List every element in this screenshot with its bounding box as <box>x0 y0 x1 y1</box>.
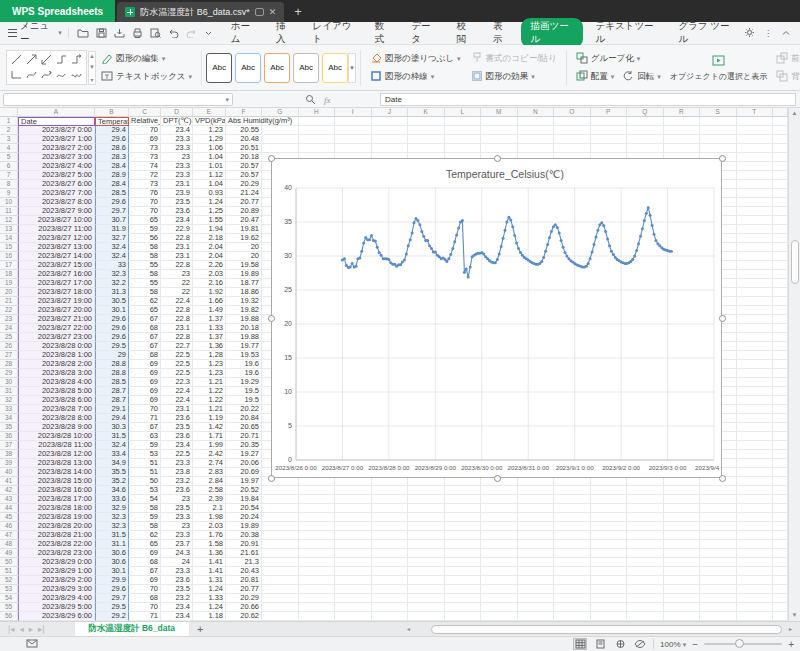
cell[interactable]: 70 <box>129 405 161 414</box>
cell[interactable]: 1.04 <box>193 180 226 189</box>
cell[interactable]: 2023/8/28 2:00 <box>18 360 95 369</box>
row-header-39[interactable]: 39 <box>0 459 18 468</box>
cell[interactable]: 1.41 <box>193 558 226 567</box>
cell[interactable] <box>445 558 482 567</box>
cell[interactable] <box>262 603 299 612</box>
send-backward-button[interactable]: 背面へ移動▾ <box>776 70 800 84</box>
cell[interactable]: 2023/8/27 9:00 <box>18 207 95 216</box>
cell[interactable] <box>372 531 409 540</box>
cell[interactable] <box>299 486 336 495</box>
cell[interactable] <box>737 216 774 225</box>
cell[interactable]: 31.5 <box>95 432 129 441</box>
cell[interactable]: 1.71 <box>193 432 226 441</box>
cell[interactable] <box>335 117 372 126</box>
cell[interactable] <box>372 504 409 513</box>
cell[interactable] <box>335 522 372 531</box>
cell[interactable]: 2023/8/28 21:00 <box>18 531 95 540</box>
edit-shape-button[interactable]: 図形の編集▾ <box>101 52 192 66</box>
cell[interactable] <box>445 549 482 558</box>
cell[interactable]: 2023/8/28 12:00 <box>18 450 95 459</box>
cell[interactable] <box>518 486 555 495</box>
row-header-3[interactable]: 3 <box>0 135 18 144</box>
cell[interactable]: 19.27 <box>226 450 262 459</box>
cell[interactable] <box>664 126 701 135</box>
row-header-17[interactable]: 17 <box>0 261 18 270</box>
cell[interactable] <box>591 585 628 594</box>
cell[interactable] <box>773 603 788 612</box>
cell[interactable] <box>773 252 788 261</box>
chart-resize-handle[interactable] <box>268 475 275 482</box>
cell[interactable]: 2.39 <box>193 495 226 504</box>
row-header-27[interactable]: 27 <box>0 351 18 360</box>
cell[interactable] <box>481 531 518 540</box>
cell[interactable] <box>262 495 299 504</box>
cell[interactable] <box>737 594 774 603</box>
cell[interactable]: 29.6 <box>95 315 129 324</box>
row-header-45[interactable]: 45 <box>0 513 18 522</box>
cell[interactable]: 23.1 <box>161 405 193 414</box>
cell[interactable] <box>627 540 664 549</box>
cell[interactable] <box>445 513 482 522</box>
cell[interactable] <box>408 504 445 513</box>
cell[interactable]: 19.58 <box>226 261 262 270</box>
cell[interactable]: 28.5 <box>95 189 129 198</box>
cell[interactable]: 29 <box>95 351 129 360</box>
cell[interactable] <box>737 378 774 387</box>
cell[interactable]: 22.9 <box>161 225 193 234</box>
shape-glyph-7[interactable] <box>40 68 53 82</box>
cell[interactable] <box>627 585 664 594</box>
cell[interactable]: 20.91 <box>226 540 262 549</box>
cell[interactable] <box>773 342 788 351</box>
cell[interactable] <box>591 567 628 576</box>
row-header-19[interactable]: 19 <box>0 279 18 288</box>
column-header-D[interactable]: D <box>161 108 193 117</box>
cell[interactable] <box>554 540 591 549</box>
cell[interactable]: 1.49 <box>193 306 226 315</box>
cell[interactable] <box>664 117 701 126</box>
cell[interactable]: 2.16 <box>193 279 226 288</box>
row-header-7[interactable]: 7 <box>0 171 18 180</box>
cell[interactable] <box>554 549 591 558</box>
cell[interactable]: 69 <box>129 135 161 144</box>
cell[interactable]: 22.8 <box>161 234 193 243</box>
cell[interactable] <box>773 279 788 288</box>
cell[interactable] <box>773 270 788 279</box>
cell[interactable] <box>773 369 788 378</box>
shape-effects-button[interactable]: 図形の効果▾ <box>471 70 557 84</box>
column-header[interactable] <box>773 108 788 117</box>
cell[interactable] <box>299 558 336 567</box>
cell[interactable] <box>664 576 701 585</box>
column-header-H[interactable]: H <box>299 108 336 117</box>
cell[interactable] <box>445 135 482 144</box>
cell[interactable]: 2023/8/28 23:00 <box>18 549 95 558</box>
chart-resize-handle[interactable] <box>268 315 275 322</box>
cell[interactable]: Date <box>18 117 95 126</box>
cell[interactable] <box>408 603 445 612</box>
row-header-25[interactable]: 25 <box>0 333 18 342</box>
cell[interactable] <box>627 567 664 576</box>
cell[interactable]: 1.22 <box>193 387 226 396</box>
name-box[interactable]: ▾ <box>3 93 233 106</box>
cell[interactable] <box>299 117 336 126</box>
cell[interactable]: 2023/8/27 3:00 <box>18 153 95 162</box>
cell[interactable] <box>737 189 774 198</box>
save-icon[interactable] <box>96 28 107 38</box>
cell[interactable] <box>773 135 788 144</box>
column-header-L[interactable]: L <box>445 108 482 117</box>
cell[interactable] <box>262 144 299 153</box>
cell[interactable]: 20.29 <box>226 594 262 603</box>
embedded-chart[interactable]: Temperature_Celsius(℃)051015202530354020… <box>271 158 722 478</box>
cell[interactable]: 20.51 <box>226 144 262 153</box>
cell[interactable] <box>591 549 628 558</box>
cell[interactable] <box>591 513 628 522</box>
row-header-28[interactable]: 28 <box>0 360 18 369</box>
cell[interactable]: 23.4 <box>161 126 193 135</box>
cell[interactable]: 19.6 <box>226 360 262 369</box>
next-sheet-icon[interactable]: ▸ <box>29 624 33 634</box>
cell[interactable]: 68 <box>129 594 161 603</box>
cell[interactable]: 2023/8/29 1:00 <box>18 567 95 576</box>
cell[interactable] <box>591 612 628 621</box>
cell[interactable] <box>299 585 336 594</box>
cell[interactable]: 22.8 <box>161 333 193 342</box>
row-header-26[interactable]: 26 <box>0 342 18 351</box>
